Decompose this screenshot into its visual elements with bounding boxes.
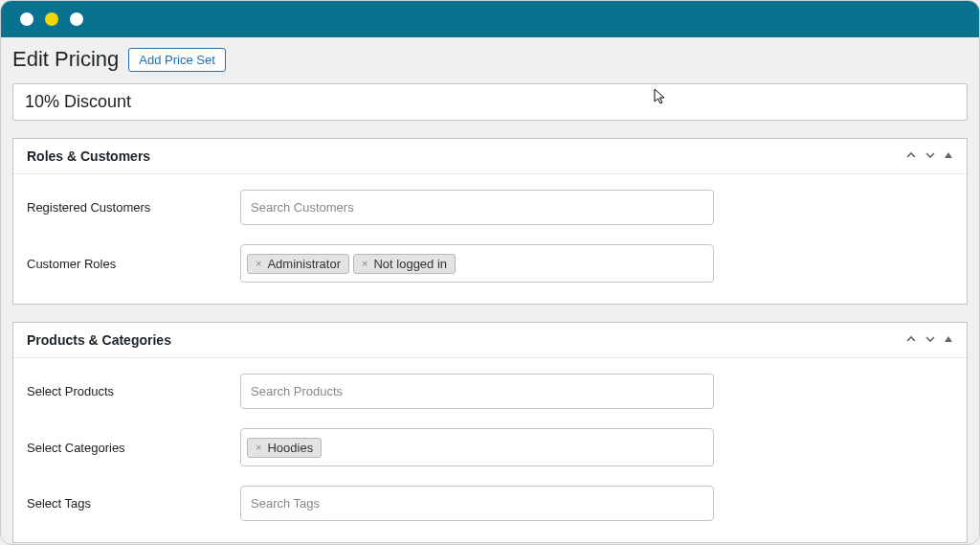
search-tags-input[interactable] — [240, 486, 714, 521]
chevron-down-icon[interactable] — [924, 333, 936, 347]
tag: × Hoodies — [247, 438, 322, 458]
field-row: Select Categories × Hoodies — [13, 419, 967, 476]
close-icon[interactable]: × — [256, 442, 261, 453]
content-area: Edit Pricing Add Price Set Roles & Custo… — [1, 37, 979, 545]
panel-actions — [905, 333, 953, 347]
customer-roles-input[interactable]: × Administrator × Not logged in — [240, 244, 714, 283]
close-icon[interactable]: × — [362, 258, 368, 269]
search-customers-input[interactable] — [240, 190, 714, 225]
panel-body: Registered Customers Customer Roles × Ad… — [13, 174, 967, 304]
field-label: Registered Customers — [25, 200, 240, 215]
select-categories-input[interactable]: × Hoodies — [240, 428, 714, 466]
panel-title: Roles & Customers — [27, 148, 150, 164]
tag: × Administrator — [247, 254, 349, 274]
page-title: Edit Pricing — [12, 47, 119, 72]
tag-label: Hoodies — [267, 441, 313, 455]
panel-title: Products & Categories — [27, 332, 171, 348]
add-price-set-button[interactable]: Add Price Set — [128, 48, 226, 72]
chevron-down-icon[interactable] — [924, 149, 936, 163]
field-row: Select Products — [13, 364, 967, 419]
chevron-up-icon[interactable] — [905, 149, 917, 163]
pricing-title-input[interactable] — [12, 83, 968, 121]
app-window: Edit Pricing Add Price Set Roles & Custo… — [0, 0, 980, 545]
window-dot — [45, 12, 58, 26]
panel-header: Roles & Customers — [13, 139, 967, 174]
window-dot — [70, 12, 83, 26]
page-header: Edit Pricing Add Price Set — [12, 47, 968, 72]
triangle-up-icon[interactable] — [944, 150, 953, 162]
panel-actions — [905, 149, 953, 163]
field-label: Select Categories — [25, 441, 240, 455]
triangle-up-icon[interactable] — [944, 334, 953, 346]
search-products-input[interactable] — [240, 374, 714, 409]
products-categories-panel: Products & Categories Select Products — [12, 322, 968, 543]
field-label: Select Tags — [25, 496, 240, 511]
window-dot — [20, 12, 33, 26]
roles-customers-panel: Roles & Customers Registered Customers — [12, 138, 968, 305]
field-row: Customer Roles × Administrator × Not log… — [13, 235, 967, 292]
panel-body: Select Products Select Categories × Hood… — [13, 358, 967, 542]
close-icon[interactable]: × — [256, 258, 261, 269]
titlebar — [1, 1, 979, 37]
field-label: Customer Roles — [25, 257, 240, 271]
chevron-up-icon[interactable] — [905, 333, 917, 347]
field-row: Registered Customers — [13, 180, 967, 235]
tag: × Not logged in — [353, 254, 456, 274]
field-label: Select Products — [25, 384, 240, 398]
panel-header: Products & Categories — [13, 323, 967, 358]
tag-label: Not logged in — [373, 257, 447, 271]
tag-label: Administrator — [267, 257, 341, 271]
field-row: Select Tags — [13, 476, 967, 531]
